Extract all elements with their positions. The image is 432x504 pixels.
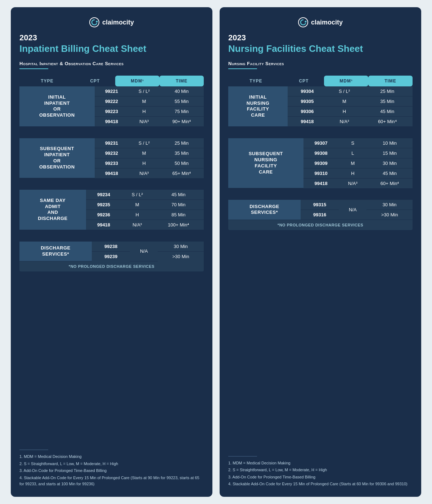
- cpt-99236: 99236: [86, 210, 121, 220]
- cpt-99306: 99306: [288, 107, 327, 117]
- col-header-time-left: TIME: [159, 76, 204, 86]
- cpt-99310: 99310: [303, 168, 339, 178]
- cpt-99418-r1: 99418: [288, 117, 327, 127]
- cpt-99238: 99238: [92, 242, 130, 252]
- mdm-99236: H: [121, 210, 153, 220]
- footnote-text-right: 1. MDM = Medical Decision Making 2. S = …: [228, 460, 413, 487]
- initial-nursing-table: INITIALNURSINGFACILITYCARE 99304 S / L² …: [228, 86, 413, 127]
- left-title: Inpatient Billing Cheat Sheet: [19, 43, 204, 54]
- mdm-99221: S / L²: [129, 86, 159, 96]
- type-discharge-left: DISCHARGESERVICES*: [19, 242, 92, 261]
- time-99307: 10 Min: [367, 138, 413, 148]
- discharge-left-table: DISCHARGESERVICES* 99238 N/A 30 Min 9923…: [19, 242, 204, 262]
- footnote-text-left: 1. MDM = Medical Decision Making 2. S = …: [19, 454, 204, 487]
- footnote-3-left: 3. Add-On Code for Prolonged Time-Based …: [19, 468, 204, 474]
- right-divider: [228, 68, 257, 69]
- col-header-cpt-left: CPT: [75, 76, 116, 86]
- cpt-99234: 99234: [86, 190, 121, 200]
- section-same-day: SAME DAYADMITANDDISCHARGE 99234 S / L² 4…: [19, 190, 204, 230]
- right-table-header: TYPE CPT MDM¹ TIME: [228, 76, 413, 86]
- cpt-99307: 99307: [303, 138, 339, 148]
- time-99231: 25 Min: [159, 138, 204, 148]
- table-row: SUBSEQUENTNURSINGFACILITYCARE 99307 S 10…: [228, 138, 413, 148]
- left-divider: [19, 68, 48, 69]
- svg-point-3: [305, 21, 306, 23]
- time-99418-1: 90+ Min⁴: [159, 117, 204, 127]
- cpt-99308: 99308: [303, 148, 339, 158]
- mdm-99309: M: [338, 158, 367, 168]
- section-initial-nursing: INITIALNURSINGFACILITYCARE 99304 S / L² …: [228, 86, 413, 127]
- time-99234: 45 Min: [153, 190, 204, 200]
- cpt-99305: 99305: [288, 96, 327, 107]
- footnote-divider-right: [228, 456, 257, 456]
- logo-text-right: claimocity: [311, 19, 343, 26]
- col-header-type-right: TYPE: [228, 76, 284, 86]
- subsequent-nursing-table: SUBSEQUENTNURSINGFACILITYCARE 99307 S 10…: [228, 138, 413, 189]
- mdm-99418-1: N/A³: [129, 117, 159, 127]
- section-subsequent-nursing: SUBSEQUENTNURSINGFACILITYCARE 99307 S 10…: [228, 138, 413, 189]
- right-year: 2023: [228, 33, 413, 42]
- type-initial-nursing: INITIALNURSINGFACILITYCARE: [228, 86, 288, 126]
- right-section-label: Nursing Facility Services: [228, 61, 413, 66]
- mdm-99308: L: [338, 148, 367, 158]
- spacer-2: [19, 185, 204, 190]
- claimocity-logo-icon-right: [298, 17, 308, 27]
- table-row: SAME DAYADMITANDDISCHARGE 99234 S / L² 4…: [19, 190, 204, 200]
- time-99418-r2: 60+ Min⁴: [367, 178, 413, 188]
- initial-nursing-body: INITIALNURSINGFACILITYCARE 99304 S / L² …: [228, 86, 413, 126]
- logo-left: claimocity: [89, 17, 134, 27]
- time-99305: 35 Min: [362, 96, 413, 107]
- discharge-right-table: DISCHARGESERVICES* 99315 N/A 30 Min 9931…: [228, 200, 413, 220]
- col-header-time-right: TIME: [368, 76, 413, 86]
- mdm-99418-r1: N/A³: [327, 117, 362, 127]
- spacer-3: [19, 237, 204, 242]
- cpt-99418-3: 99418: [86, 220, 121, 230]
- cpt-99231: 99231: [95, 138, 129, 148]
- right-header-row: TYPE CPT MDM¹ TIME: [228, 76, 413, 86]
- type-same-day: SAME DAYADMITANDDISCHARGE: [19, 190, 86, 230]
- time-99238: 30 Min: [158, 242, 204, 252]
- col-header-mdm-right: MDM¹: [324, 76, 368, 86]
- cpt-99233: 99233: [95, 158, 129, 168]
- footnotes-left: 1. MDM = Medical Decision Making 2. S = …: [19, 444, 204, 488]
- cpt-99222: 99222: [95, 96, 129, 107]
- spacer-r2: [228, 195, 413, 200]
- claimocity-logo-icon: [89, 17, 99, 27]
- mdm-discharge-right: N/A: [339, 200, 366, 220]
- mdm-99310: H: [338, 168, 367, 178]
- discharge-note-left: *NO PROLONGED DISCHARGE SERVICES: [19, 261, 204, 271]
- mdm-99235: M: [121, 200, 153, 210]
- time-99306: 45 Min: [362, 107, 413, 117]
- mdm-99418-2: N/A³: [129, 168, 159, 178]
- time-99310: 45 Min: [367, 168, 413, 178]
- time-99239: >30 Min: [158, 251, 204, 261]
- right-title: Nursing Facilities Cheat Sheet: [228, 43, 413, 54]
- left-sheet: claimocity 2023 Inpatient Billing Cheat …: [11, 7, 212, 497]
- footnote-3-right: 3. Add-On Code for Prolonged Time-Based …: [228, 474, 413, 481]
- spacer-r1: [228, 133, 413, 138]
- logo-row-left: claimocity: [19, 17, 204, 27]
- cpt-99418-2: 99418: [95, 168, 129, 178]
- section-discharge-right: DISCHARGESERVICES* 99315 N/A 30 Min 9931…: [228, 200, 413, 230]
- col-header-type-left: TYPE: [19, 76, 75, 86]
- mdm-99418-r2: N/A³: [338, 178, 367, 188]
- footnotes-right: 1. MDM = Medical Decision Making 2. S = …: [228, 450, 413, 488]
- time-99235: 70 Min: [153, 200, 204, 210]
- time-99316: >30 Min: [366, 210, 413, 220]
- footnote-2-left: 2. S = Straightforward, L = Low, M = Mod…: [19, 461, 204, 467]
- cpt-99223: 99223: [95, 107, 129, 117]
- logo-text-left: claimocity: [102, 19, 134, 26]
- time-99233: 50 Min: [159, 158, 204, 168]
- footnote-divider-left: [19, 450, 48, 450]
- footnote-4-left: 4. Stackable Add-On Code for Every 15 Mi…: [19, 475, 204, 487]
- mdm-discharge-left: N/A: [130, 242, 158, 261]
- type-subsequent-nursing: SUBSEQUENTNURSINGFACILITYCARE: [228, 138, 303, 188]
- table-row: DISCHARGESERVICES* 99238 N/A 30 Min: [19, 242, 204, 252]
- mdm-99304: S / L²: [327, 86, 362, 96]
- cpt-99316: 99316: [301, 210, 339, 220]
- cpt-99239: 99239: [92, 251, 130, 261]
- type-subsequent-inpatient: SUBSEQUENTINPATIENTOROBSERVATION: [19, 138, 95, 178]
- time-99418-3: 100+ Min⁴: [153, 220, 204, 230]
- footnote-2-right: 2. S = Straightforward, L = Low, M = Mod…: [228, 467, 413, 473]
- time-99222: 55 Min: [159, 96, 204, 107]
